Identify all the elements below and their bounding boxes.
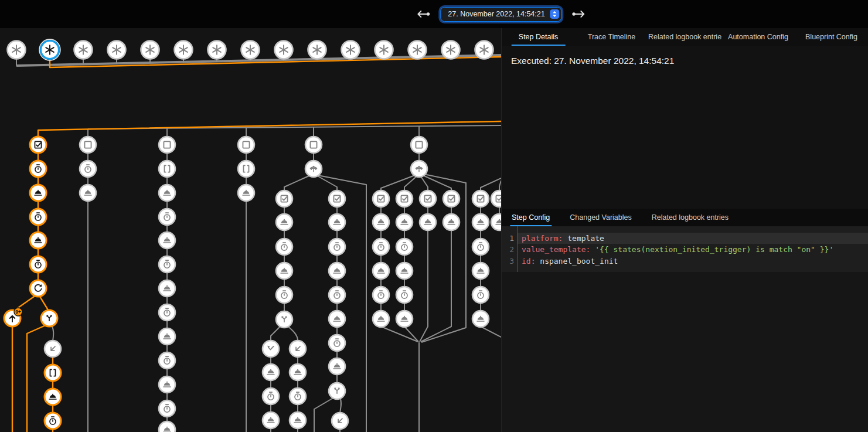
code-line[interactable]: id: nspanel_boot_init bbox=[518, 256, 868, 267]
trace-date-selector[interactable]: 27. November 2022, 14:54:21 bbox=[440, 7, 561, 22]
tab-trace-timeline[interactable]: Trace Timeline bbox=[575, 28, 648, 46]
node-checkbox-marked[interactable] bbox=[396, 191, 413, 207]
node-asterisk[interactable] bbox=[442, 41, 460, 59]
node-asterisk[interactable] bbox=[475, 41, 493, 59]
node-timer[interactable] bbox=[263, 388, 279, 404]
node-service[interactable] bbox=[80, 185, 96, 201]
node-timer[interactable] bbox=[80, 161, 96, 177]
node-service[interactable] bbox=[472, 311, 489, 327]
node-arrow-bottom-left[interactable] bbox=[290, 341, 306, 357]
node-service[interactable] bbox=[263, 364, 279, 380]
node-asterisk[interactable] bbox=[241, 41, 260, 59]
node-service[interactable] bbox=[290, 412, 306, 428]
node-check-arrow[interactable] bbox=[263, 341, 279, 357]
node-asterisk[interactable] bbox=[141, 41, 159, 59]
node-service[interactable] bbox=[396, 214, 413, 230]
prev-trace-button[interactable] bbox=[414, 8, 431, 20]
node-asterisk[interactable] bbox=[375, 41, 393, 59]
node-timer[interactable] bbox=[290, 388, 306, 404]
node-service[interactable] bbox=[30, 185, 46, 201]
node-service[interactable] bbox=[329, 214, 345, 230]
node-service[interactable] bbox=[276, 214, 292, 230]
node-timer[interactable] bbox=[329, 287, 345, 303]
node-asterisk[interactable] bbox=[175, 41, 193, 59]
node-service[interactable] bbox=[329, 263, 345, 279]
node-choose[interactable] bbox=[305, 161, 322, 177]
node-timer[interactable] bbox=[30, 256, 46, 273]
node-service[interactable] bbox=[396, 263, 413, 279]
node-checkbox-marked[interactable] bbox=[276, 191, 292, 207]
node-service[interactable] bbox=[491, 214, 501, 230]
tab-step-config[interactable]: Step Config bbox=[502, 209, 560, 226]
node-service[interactable] bbox=[159, 185, 175, 201]
node-checkbox-blank[interactable] bbox=[238, 137, 254, 153]
node-service[interactable] bbox=[159, 376, 175, 393]
node-service[interactable] bbox=[159, 280, 175, 297]
tab-related-logbook-entries[interactable]: Related logbook entries bbox=[642, 209, 738, 226]
node-checkbox-marked[interactable] bbox=[491, 191, 501, 207]
node-checkbox-blank[interactable] bbox=[305, 137, 322, 153]
node-timer[interactable] bbox=[472, 287, 489, 303]
node-service[interactable] bbox=[373, 263, 389, 279]
node-timer[interactable] bbox=[329, 239, 345, 255]
node-service[interactable] bbox=[420, 214, 436, 230]
node-service[interactable] bbox=[472, 214, 489, 230]
node-asterisk[interactable] bbox=[108, 41, 126, 59]
node-service[interactable] bbox=[276, 263, 292, 279]
node-timer[interactable] bbox=[30, 161, 46, 177]
node-timer[interactable] bbox=[329, 335, 345, 351]
node-service[interactable] bbox=[443, 214, 459, 230]
node-checkbox-marked[interactable] bbox=[329, 191, 345, 207]
node-service[interactable] bbox=[159, 232, 175, 249]
node-timer[interactable] bbox=[396, 239, 413, 255]
node-checkbox-marked[interactable] bbox=[373, 191, 389, 207]
node-service[interactable] bbox=[30, 232, 46, 249]
node-asterisk[interactable] bbox=[342, 41, 360, 59]
node-refresh[interactable] bbox=[30, 280, 46, 297]
node-service[interactable] bbox=[472, 263, 489, 279]
node-arrow-bottom-left[interactable] bbox=[45, 341, 61, 357]
node-service[interactable] bbox=[263, 412, 279, 428]
node-checkbox-blank[interactable] bbox=[411, 137, 427, 153]
node-choose[interactable] bbox=[411, 161, 427, 177]
node-service[interactable] bbox=[290, 364, 306, 380]
node-brackets[interactable] bbox=[159, 161, 175, 177]
tab-changed-variables[interactable]: Changed Variables bbox=[560, 209, 641, 226]
node-service[interactable] bbox=[373, 311, 389, 327]
node-timer[interactable] bbox=[159, 209, 175, 225]
node-timer[interactable] bbox=[159, 304, 175, 321]
tab-blueprint-config[interactable]: Blueprint Config bbox=[795, 28, 868, 46]
node-timer[interactable] bbox=[396, 287, 413, 303]
node-asterisk[interactable] bbox=[208, 41, 226, 59]
node-timer[interactable] bbox=[276, 287, 292, 303]
node-brackets[interactable] bbox=[238, 161, 254, 177]
node-timer[interactable] bbox=[159, 352, 175, 369]
node-asterisk[interactable] bbox=[39, 39, 60, 60]
node-timer[interactable] bbox=[159, 400, 175, 417]
node-call-split[interactable] bbox=[276, 311, 292, 328]
next-trace-button[interactable] bbox=[571, 8, 588, 20]
node-service[interactable] bbox=[396, 311, 413, 327]
node-asterisk[interactable] bbox=[74, 41, 93, 59]
node-asterisk[interactable] bbox=[275, 41, 293, 59]
node-timer[interactable] bbox=[159, 256, 175, 273]
code-editor[interactable]: 123 platform: templatevalue_template: '{… bbox=[502, 226, 868, 272]
node-service[interactable] bbox=[159, 421, 175, 432]
node-service[interactable] bbox=[329, 311, 345, 327]
node-arrow-bottom-left[interactable] bbox=[332, 413, 348, 429]
tab-automation-config[interactable]: Automation Config bbox=[721, 28, 795, 46]
node-asterisk[interactable] bbox=[409, 41, 427, 59]
node-checkbox-marked[interactable] bbox=[472, 191, 489, 207]
node-timer[interactable] bbox=[373, 239, 389, 255]
node-service[interactable] bbox=[238, 185, 254, 201]
node-checkbox-marked[interactable] bbox=[443, 191, 459, 207]
trace-graph[interactable]: 9+ bbox=[0, 28, 501, 432]
node-service[interactable] bbox=[329, 358, 345, 375]
select-stepper-icon[interactable] bbox=[550, 9, 560, 19]
node-asterisk[interactable] bbox=[8, 41, 26, 59]
node-brackets[interactable] bbox=[45, 365, 61, 381]
node-checkbox-blank[interactable] bbox=[80, 137, 96, 153]
node-timer[interactable] bbox=[30, 209, 46, 225]
code-line[interactable]: value_template: '{{ states(nextion_inite… bbox=[518, 244, 868, 255]
node-checkbox-blank[interactable] bbox=[159, 137, 175, 153]
